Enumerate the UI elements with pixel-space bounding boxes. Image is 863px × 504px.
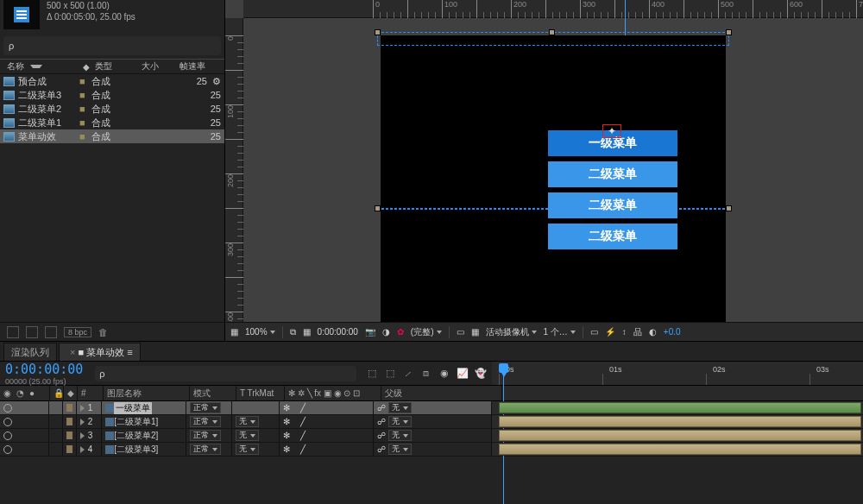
project-search-input[interactable]: ρ xyxy=(3,36,221,55)
interpret-footage-icon[interactable] xyxy=(7,326,19,338)
video-switch-icon[interactable]: ◉ xyxy=(3,388,11,398)
chevron-right-icon[interactable] xyxy=(80,446,85,453)
layer-duration-bar[interactable] xyxy=(499,430,861,441)
col-layer-name[interactable]: 图层名称 xyxy=(107,387,142,400)
bpc-toggle[interactable]: 8 bpc xyxy=(64,327,91,337)
visibility-toggle[interactable] xyxy=(3,445,12,454)
new-folder-icon[interactable] xyxy=(26,326,38,338)
parent-pickwhip-icon[interactable]: ☍ xyxy=(377,417,386,426)
parent-pickwhip-icon[interactable]: ☍ xyxy=(377,444,386,454)
timeline-layer-row[interactable]: 3 [二级菜单2] 正常 无 ✻ ╱ ☍ 无 xyxy=(0,429,863,443)
label-color[interactable] xyxy=(66,445,72,453)
layer-duration-bar[interactable] xyxy=(499,402,861,413)
label-icon[interactable]: ◆ xyxy=(67,388,74,398)
project-item[interactable]: 二级菜单1 ■合成 25 xyxy=(0,116,224,129)
parent-dropdown[interactable]: 无 xyxy=(388,430,412,441)
horizontal-ruler[interactable]: 0100200300400500600700 xyxy=(243,0,863,18)
roi-icon[interactable]: ▭ xyxy=(457,327,464,337)
project-item[interactable]: 二级菜单3 ■合成 25 xyxy=(0,88,224,102)
menu-item[interactable]: 二级菜单 xyxy=(548,192,677,218)
trkmat-dropdown[interactable]: 无 xyxy=(236,430,259,441)
visibility-toggle[interactable] xyxy=(3,418,12,426)
always-preview-icon[interactable]: ▦ xyxy=(230,327,238,337)
col-type-header[interactable]: 类型 xyxy=(91,60,138,72)
composition-canvas[interactable]: 一级菜单二级菜单二级菜单二级菜单 ✦ xyxy=(381,35,726,322)
anchor-point-icon[interactable]: ✦ xyxy=(602,124,621,138)
shy-icon[interactable]: ⟋ xyxy=(401,367,414,380)
trkmat-dropdown[interactable]: 无 xyxy=(236,444,259,455)
comp-mini-flowchart-icon[interactable]: ⬚ xyxy=(365,367,378,380)
timeline-layer-row[interactable]: 1 一级菜单 正常 ✻ ╱ ☍ 无 xyxy=(0,401,863,415)
timeline-icon[interactable]: ↕ xyxy=(622,327,627,337)
menu-item[interactable]: 二级菜单 xyxy=(548,161,677,187)
exposure-reset-icon[interactable]: ◐ xyxy=(649,327,657,337)
snapshot-icon[interactable]: 📷 xyxy=(365,327,375,337)
composition-thumbnail[interactable] xyxy=(3,0,40,29)
motion-blur-icon[interactable]: ◉ xyxy=(438,367,450,380)
menu-item[interactable]: 二级菜单 xyxy=(548,224,677,249)
timeline-ruler[interactable]: 0s01s02s03s xyxy=(492,362,863,385)
resolution-dropdown[interactable]: (完整) xyxy=(411,326,442,338)
parent-dropdown[interactable]: 无 xyxy=(388,402,412,413)
blend-mode-dropdown[interactable]: 正常 xyxy=(190,416,221,427)
blend-mode-dropdown[interactable]: 正常 xyxy=(190,402,221,413)
tag-icon[interactable]: ◆ xyxy=(79,62,91,72)
show-channel-icon[interactable]: ◑ xyxy=(382,327,390,337)
project-item[interactable]: 菜单动效 ■合成 25 xyxy=(0,129,224,143)
label-color[interactable] xyxy=(66,404,72,412)
project-item[interactable]: 二级菜单2 ■合成 25 xyxy=(0,102,224,116)
new-comp-icon[interactable] xyxy=(45,326,57,338)
camera-dropdown[interactable]: 活动摄像机 xyxy=(486,326,537,338)
flowchart-icon[interactable]: 品 xyxy=(633,326,642,338)
tab-render-queue[interactable]: 渲染队列 xyxy=(3,343,57,361)
timeline-layer-row[interactable]: 4 [二级菜单3] 正常 无 ✻ ╱ ☍ 无 xyxy=(0,443,863,457)
tab-composition[interactable]: × ■ 菜单动效 ≡ xyxy=(59,343,141,361)
graph-editor-icon[interactable]: 📈 xyxy=(456,367,469,380)
layer-duration-bar[interactable] xyxy=(499,444,861,455)
current-time-input[interactable]: 0:00:00:00 xyxy=(5,362,83,377)
views-dropdown[interactable]: 1 个… xyxy=(544,326,576,338)
col-fps-header[interactable]: 帧速率 xyxy=(176,60,224,72)
parent-pickwhip-icon[interactable]: ☍ xyxy=(377,431,386,440)
col-size-header[interactable]: 大小 xyxy=(138,60,176,72)
grid-icon[interactable]: ▦ xyxy=(303,327,311,337)
trash-icon[interactable]: 🗑 xyxy=(98,327,108,337)
timeline-search-input[interactable]: ρ xyxy=(95,366,356,381)
draft-3d-icon[interactable]: ⬚ xyxy=(383,367,396,380)
close-icon[interactable]: × xyxy=(70,347,75,357)
layer-duration-bar[interactable] xyxy=(499,416,861,427)
col-parent[interactable]: 父级 xyxy=(385,387,402,400)
timeline-layer-row[interactable]: 2 [二级菜单1] 正常 无 ✻ ╱ ☍ 无 xyxy=(0,415,863,429)
parent-pickwhip-icon[interactable]: ☍ xyxy=(377,403,386,413)
project-item[interactable]: 预合成 ■合成 25 ⚙ xyxy=(0,74,224,88)
pixel-aspect-icon[interactable]: ▭ xyxy=(590,327,598,337)
col-name-header[interactable]: 名称 xyxy=(3,60,28,72)
frame-blend-icon[interactable]: ⧈ xyxy=(419,367,432,380)
visibility-toggle[interactable] xyxy=(3,432,12,440)
lock-icon[interactable]: 🔒 xyxy=(54,388,64,398)
time-display[interactable]: 0:00:00:00 xyxy=(318,327,358,337)
ghost-icon[interactable]: 👻 xyxy=(474,367,487,380)
visibility-toggle[interactable] xyxy=(3,404,12,413)
col-trkmat[interactable]: T TrkMat xyxy=(240,388,274,398)
resolution-icon[interactable]: ⧉ xyxy=(290,327,296,337)
exposure-value[interactable]: +0.0 xyxy=(664,327,681,337)
magnification-dropdown[interactable]: 100% xyxy=(245,327,275,337)
solo-switch-icon[interactable]: ● xyxy=(29,388,35,398)
transparency-grid-icon[interactable]: ▦ xyxy=(471,327,479,337)
chevron-right-icon[interactable] xyxy=(80,405,85,412)
chevron-right-icon[interactable] xyxy=(80,432,85,439)
parent-dropdown[interactable]: 无 xyxy=(388,416,412,427)
col-mode[interactable]: 模式 xyxy=(193,387,211,400)
parent-dropdown[interactable]: 无 xyxy=(388,444,412,455)
timeline-playhead[interactable] xyxy=(499,363,508,373)
vertical-ruler[interactable]: 0100200300400 xyxy=(225,18,243,322)
fast-previews-icon[interactable]: ⚡ xyxy=(605,327,615,337)
color-management-icon[interactable]: ✿ xyxy=(397,327,404,337)
chevron-right-icon[interactable] xyxy=(80,419,85,425)
label-color[interactable] xyxy=(66,418,72,425)
label-color[interactable] xyxy=(66,432,72,439)
blend-mode-dropdown[interactable]: 正常 xyxy=(190,430,221,441)
audio-switch-icon[interactable]: ◔ xyxy=(16,388,24,398)
blend-mode-dropdown[interactable]: 正常 xyxy=(190,444,221,455)
